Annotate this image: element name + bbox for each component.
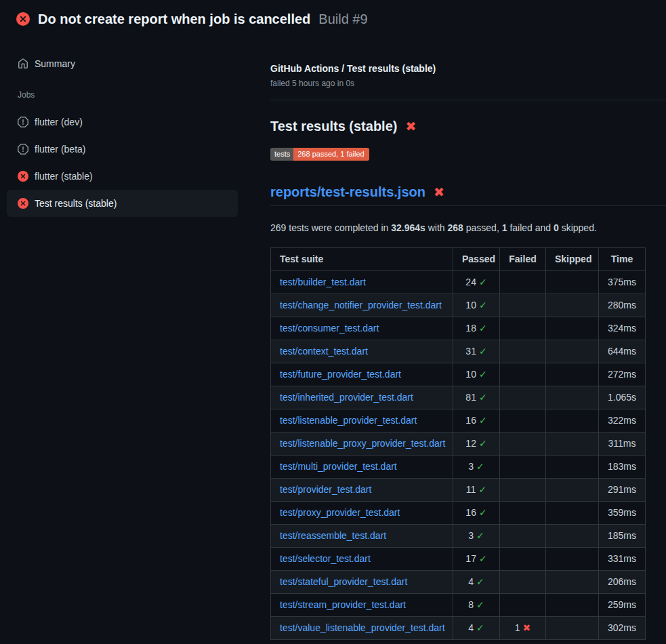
passed-cell: 10✓ [453, 363, 500, 386]
test-suite-cell: test/stream_provider_test.dart [271, 594, 453, 617]
summary-text: skipped. [559, 222, 597, 233]
test-suite-link[interactable]: test/multi_provider_test.dart [280, 461, 397, 472]
failed-status-icon [16, 12, 30, 26]
table-row: test/selector_test.dart17✓331ms [271, 548, 646, 571]
test-suite-cell: test/consumer_test.dart [271, 317, 453, 340]
breadcrumb: GitHub Actions / Test results (stable) [270, 62, 666, 75]
skipped-cell [546, 340, 599, 363]
passed-cell: 31✓ [453, 340, 500, 363]
test-suite-link[interactable]: test/provider_test.dart [280, 484, 371, 495]
pass-check-icon: ✓ [476, 622, 484, 633]
test-suite-cell: test/reassemble_test.dart [271, 525, 453, 548]
skipped-cell [546, 271, 599, 294]
cancelled-status-icon [18, 144, 28, 155]
passed-cell-value: 3 [468, 530, 474, 541]
passed-cell-value: 81 [465, 392, 476, 403]
sidebar-item-flutter-dev[interactable]: flutter (dev) [7, 108, 238, 136]
time-cell: 302ms [599, 617, 646, 640]
check-run-header: Do not create report when job is cancell… [0, 0, 666, 37]
divider [270, 100, 666, 100]
time-cell: 324ms [599, 317, 646, 340]
sidebar-summary-label: Summary [35, 58, 75, 69]
test-suite-link[interactable]: test/stream_provider_test.dart [280, 599, 406, 610]
test-suite-link[interactable]: test/consumer_test.dart [280, 323, 379, 334]
test-suite-link[interactable]: test/context_test.dart [280, 346, 368, 357]
pass-check-icon: ✓ [476, 576, 484, 587]
build-number: Build #9 [318, 12, 367, 27]
passed-cell-value: 16 [465, 415, 476, 426]
failed-x-icon: ✖ [434, 186, 444, 199]
pass-check-icon: ✓ [476, 461, 484, 472]
test-suite-cell: test/inherited_provider_test.dart [271, 386, 453, 409]
test-suite-link[interactable]: test/inherited_provider_test.dart [280, 392, 413, 403]
pass-check-icon: ✓ [476, 599, 484, 610]
table-row: test/listenable_provider_test.dart16✓322… [271, 409, 646, 432]
test-suite-link[interactable]: test/selector_test.dart [280, 553, 371, 564]
test-suite-link[interactable]: test/change_notifier_provider_test.dart [280, 300, 442, 310]
test-suite-link[interactable]: test/proxy_provider_test.dart [280, 507, 400, 518]
fail-x-icon: ✖ [523, 622, 531, 633]
sidebar-job-label: Test results (stable) [35, 198, 117, 209]
table-row: test/change_notifier_provider_test.dart1… [271, 294, 646, 317]
column-header-skipped: Skipped [546, 248, 599, 271]
passed-cell-value: 10 [465, 300, 476, 310]
passed-cell: 81✓ [453, 386, 500, 409]
sidebar-item-flutter-stable[interactable]: flutter (stable) [7, 163, 238, 190]
table-row: test/inherited_provider_test.dart81✓1.06… [271, 386, 646, 409]
time-cell: 322ms [599, 409, 646, 432]
table-row: test/proxy_provider_test.dart16✓359ms [271, 502, 646, 525]
test-suite-link[interactable]: test/future_provider_test.dart [280, 369, 401, 380]
table-row: test/future_provider_test.dart10✓272ms [271, 363, 646, 386]
cancelled-status-icon [18, 117, 28, 127]
test-suite-link[interactable]: test/builder_test.dart [280, 277, 366, 287]
table-row: test/builder_test.dart24✓375ms [271, 271, 646, 294]
passed-cell: 3✓ [453, 456, 500, 479]
sidebar-job-label: flutter (dev) [35, 117, 83, 127]
passed-cell-value: 24 [465, 277, 476, 287]
failed-x-icon: ✖ [405, 120, 416, 133]
report-file-link[interactable]: reports/test-results.json [270, 182, 425, 201]
table-row: test/consumer_test.dart18✓324ms [271, 317, 646, 340]
failed-status-icon [18, 171, 28, 182]
section-title: Test results (stable) ✖ [270, 117, 666, 136]
passed-cell: 16✓ [453, 409, 500, 432]
passed-cell: 11✓ [453, 479, 500, 502]
column-header-time: Time [599, 248, 646, 271]
summary-passed-count: 268 [448, 222, 463, 233]
main-content: GitHub Actions / Test results (stable) f… [270, 37, 666, 640]
summary-text: failed and [507, 222, 554, 233]
sidebar-item-flutter-beta[interactable]: flutter (beta) [7, 136, 238, 163]
summary-duration: 32.964s [391, 222, 425, 233]
time-cell: 280ms [599, 294, 646, 317]
skipped-cell [546, 432, 599, 456]
failed-cell [500, 456, 546, 479]
passed-cell-value: 3 [468, 461, 474, 472]
passed-cell-value: 12 [465, 438, 476, 449]
failed-cell [500, 432, 546, 456]
sidebar-item-test-results-stable[interactable]: Test results (stable) [7, 190, 238, 217]
failed-cell [500, 594, 546, 617]
test-suite-link[interactable]: test/value_listenable_provider_test.dart [280, 622, 445, 633]
report-file-heading: reports/test-results.json ✖ [270, 182, 666, 206]
test-suite-link[interactable]: test/stateful_provider_test.dart [280, 576, 407, 587]
passed-cell-value: 18 [465, 323, 476, 334]
test-suite-link[interactable]: test/listenable_proxy_provider_test.dart [280, 438, 445, 449]
passed-cell: 12✓ [453, 432, 500, 456]
skipped-cell [546, 456, 599, 479]
test-suite-link[interactable]: test/listenable_provider_test.dart [280, 415, 417, 426]
failed-cell [500, 386, 546, 409]
time-cell: 311ms [599, 432, 646, 456]
test-suite-link[interactable]: test/reassemble_test.dart [280, 530, 386, 541]
skipped-cell [546, 571, 599, 594]
summary-skipped-count: 0 [554, 222, 559, 233]
passed-cell-value: 8 [468, 599, 474, 610]
sidebar-item-summary[interactable]: Summary [7, 53, 238, 75]
summary-failed-count: 1 [502, 222, 507, 233]
skipped-cell [546, 479, 599, 502]
time-cell: 259ms [599, 594, 646, 617]
summary-text: with [425, 222, 448, 233]
table-row: test/stateful_provider_test.dart4✓206ms [271, 571, 646, 594]
pass-check-icon: ✓ [476, 530, 484, 541]
pass-check-icon: ✓ [479, 346, 487, 357]
test-suite-cell: test/context_test.dart [271, 340, 453, 363]
